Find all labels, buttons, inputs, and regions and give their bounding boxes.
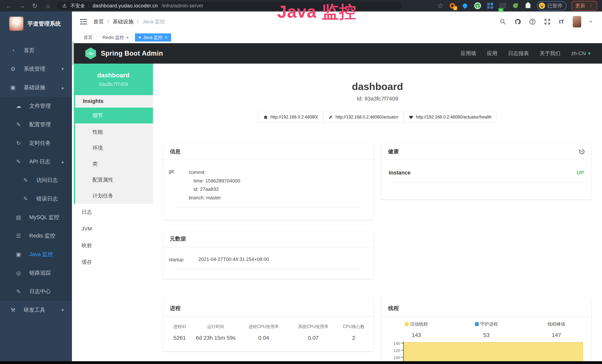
actuator-url-link[interactable]: http://192.168.0.2:48080/actuator <box>323 112 403 122</box>
sidebar-item-home[interactable]: ◔ 首页 <box>0 41 72 60</box>
extension-list-icon[interactable]: on <box>499 2 506 10</box>
history-icon[interactable] <box>579 149 585 155</box>
sidebar-item-mysql[interactable]: ▤ MySQL 监控 <box>0 208 72 227</box>
font-size-icon[interactable]: tT <box>559 19 564 25</box>
avatar-caret-icon[interactable]: ▾ <box>590 19 592 24</box>
chevron-down-icon: ▾ <box>62 307 64 313</box>
update-button[interactable]: 更新 ⋮ <box>572 1 597 11</box>
sba-nav-about[interactable]: 关于我们 <box>540 50 560 57</box>
list-icon <box>500 3 506 8</box>
close-icon[interactable]: × <box>165 35 167 40</box>
page-title: dashboard <box>153 81 602 92</box>
sba-menu-scheduled-tasks[interactable]: 计划任务 <box>75 188 153 204</box>
sidebar-item-jobs[interactable]: ↻ 定时任务 <box>0 134 72 152</box>
process-col-header: 系统CPU使用率 <box>289 324 337 330</box>
sidebar-item-access-log[interactable]: ✎ 访问日志 <box>0 171 72 190</box>
forward-icon[interactable]: → <box>18 2 26 10</box>
sba-menu-mappings[interactable]: 映射 <box>74 237 153 254</box>
system-cpu: 0.07 <box>289 335 337 341</box>
y-tick-mark <box>401 350 403 351</box>
github-icon[interactable] <box>515 19 521 25</box>
extensions-puzzle-icon[interactable] <box>524 2 532 10</box>
metadata-card-body: startup 2021-04-27T00:44:31.254+08:00 <box>163 247 373 269</box>
process-col-header: CPU核心数 <box>337 324 370 330</box>
sba-brand-title[interactable]: Spring Boot Admin <box>101 50 163 57</box>
edit-icon: ✎ <box>14 288 23 295</box>
sba-menu-classes[interactable]: 类 <box>75 156 153 172</box>
sba-sidebar: dashboard 93a3fc7f7409 Insights 细节 性能 环境… <box>74 64 153 361</box>
extension-ring-icon[interactable]: 1 <box>449 2 456 10</box>
sidebar-item-log-center[interactable]: ✎ 日志中心 <box>0 282 72 301</box>
sidebar-menu: ◔ 首页 ⚙ 系统管理 ▾ ▣ 基础设施 ▴ ☁ 文件管理 ✎ 配置管 <box>0 41 72 319</box>
sba-logo-icon[interactable] <box>85 47 96 59</box>
process-col-header: 进程ID <box>166 324 193 330</box>
extension-pin-icon[interactable] <box>461 2 469 10</box>
sidebar-item-api-log[interactable]: ✎ API 日志 ▴ <box>0 152 72 171</box>
sidebar-item-devtools[interactable]: ⚒ 研发工具 ▾ <box>0 301 72 319</box>
sidebar-item-java[interactable]: ▣ Java 监控 <box>0 245 72 264</box>
sidebar-item-system[interactable]: ⚙ 系统管理 ▾ <box>0 60 72 78</box>
sidebar-item-config[interactable]: ✎ 配置管理 <box>0 115 72 134</box>
back-icon[interactable]: ← <box>5 2 13 10</box>
sba-menu-details[interactable]: 细节 <box>75 107 153 124</box>
chevron-down-icon: ▾ <box>588 51 591 56</box>
scrollbar-thumb[interactable] <box>72 41 74 65</box>
tag-tab-bar: 首页 Redis 监控 × Java 监控 × <box>74 32 602 43</box>
monitor-icon: ▣ <box>9 84 17 91</box>
instance-links: http://192.168.0.2:48080/ http://192.168… <box>153 112 602 122</box>
sba-menu-configprops[interactable]: 配置属性 <box>75 172 153 188</box>
metadata-value: 2021-04-27T00:44:31.254+08:00 <box>198 257 269 262</box>
breadcrumb-home[interactable]: 首页 <box>93 18 104 25</box>
sba-nav-wallboard[interactable]: 应用墙 <box>461 50 476 57</box>
search-icon[interactable] <box>500 19 506 25</box>
sba-nav-applications[interactable]: 应用 <box>487 50 497 57</box>
edit-icon: ✎ <box>14 121 23 128</box>
instance-header[interactable]: dashboard 93a3fc7f7409 <box>74 64 153 95</box>
health-instance-row[interactable]: Instance UP <box>389 170 584 176</box>
fullscreen-icon[interactable] <box>544 19 550 25</box>
sidebar-item-trace[interactable]: ◎ 链路追踪 <box>0 264 72 282</box>
sidebar-item-infra[interactable]: ▣ 基础设施 ▴ <box>0 78 72 97</box>
breadcrumb-infra[interactable]: 基础设施 <box>113 18 133 25</box>
paused-pill[interactable]: 已暂停 <box>537 1 566 11</box>
sba-language-select[interactable]: zh-CN ▾ <box>571 50 591 56</box>
avatar[interactable] <box>573 16 581 27</box>
bookmark-star-icon[interactable]: ☆ <box>437 2 443 10</box>
close-icon[interactable]: × <box>126 35 129 40</box>
sidebar-item-files[interactable]: ☁ 文件管理 <box>0 97 72 115</box>
process-card: 进程 进程ID 运行时间 进程CPU使用率 系统CPU使用率 CPU核心数 52… <box>163 300 373 351</box>
sba-menu-environment[interactable]: 环境 <box>75 140 153 156</box>
home-icon <box>263 115 268 119</box>
sba-menu-metrics[interactable]: 性能 <box>75 124 153 140</box>
sba-menu-jvm[interactable]: JVM <box>74 221 153 237</box>
sidebar-item-error-log[interactable]: ✎ 错误日志 <box>0 190 72 208</box>
browser-home-icon[interactable]: ⌂ <box>44 2 52 10</box>
security-label[interactable]: 不安全 <box>70 3 85 9</box>
tab-home[interactable]: 首页 <box>80 33 97 42</box>
health-url-link[interactable]: http://192.168.0.2:48080/actuator/health <box>404 112 496 122</box>
puzzle-icon <box>526 3 530 8</box>
fold-menu-icon[interactable] <box>80 19 87 25</box>
threads-peak-stat: 线程峰值 147 <box>521 321 591 338</box>
content-scrollbar[interactable] <box>72 11 74 361</box>
annotation-overlay: Java 监控 <box>277 0 356 23</box>
sba-menu-caches[interactable]: 缓存 <box>74 254 153 270</box>
letter-icon: y <box>474 2 481 9</box>
sba-menu-logs[interactable]: 日志 <box>74 204 153 221</box>
tab-java[interactable]: Java 监控 × <box>135 33 171 42</box>
extension-green-icon[interactable]: y <box>474 2 481 10</box>
live-threads-area <box>404 342 583 364</box>
process-pid: 5261 <box>166 335 193 341</box>
extension-leaf-icon[interactable] <box>512 2 519 10</box>
sba-nav-journal[interactable]: 日志报表 <box>508 50 529 57</box>
edit-icon: ✎ <box>22 177 30 183</box>
help-icon[interactable] <box>529 19 536 25</box>
extension-grid-icon[interactable] <box>486 2 494 10</box>
service-url-link[interactable]: http://192.168.0.2:48080/ <box>258 112 323 122</box>
browser-menu-icon[interactable]: ⋮ <box>588 3 593 9</box>
tab-redis[interactable]: Redis 监控 × <box>99 33 133 42</box>
row-divider <box>389 182 584 183</box>
reload-icon[interactable]: ↻ <box>31 2 39 10</box>
breadcrumb-separator: / <box>137 19 139 25</box>
sidebar-item-redis[interactable]: ☰ Redis 监控 <box>0 227 72 245</box>
